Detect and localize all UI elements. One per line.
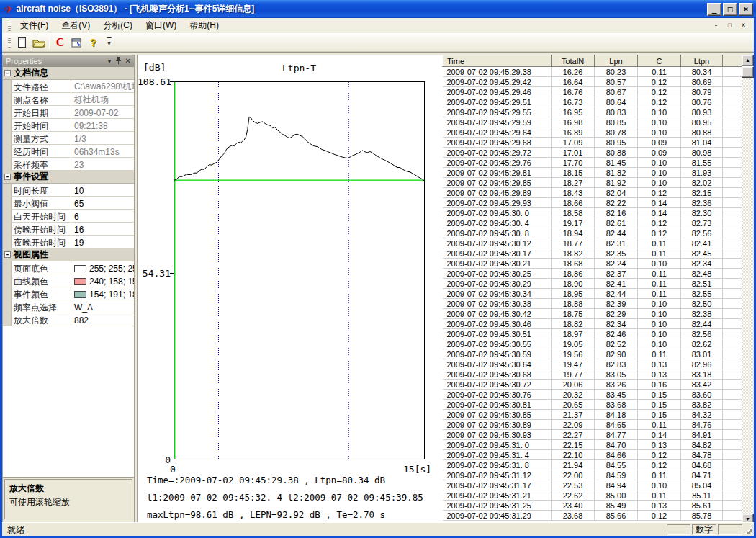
column-header-lpn[interactable]: Lpn — [595, 55, 638, 67]
property-value[interactable]: 2009-07-02 — [71, 106, 134, 118]
table-row[interactable]: 2009-07-02 09:45:30.7620.3283.450.1583.6… — [443, 390, 743, 400]
menu-item-view[interactable]: 查看(V) — [55, 17, 96, 34]
collapse-icon[interactable]: - — [4, 174, 11, 180]
property-row[interactable]: 文件路径C:\awa6298\机场 — [3, 80, 134, 93]
table-row[interactable]: 2009-07-02 09:45:30.8120.6583.680.1583.8… — [443, 400, 743, 410]
table-row[interactable]: 2009-07-02 09:45:31.2122.6285.000.1185.1… — [443, 490, 743, 501]
property-row[interactable]: 开始时间09:21:38 — [3, 119, 134, 132]
color-swatch[interactable] — [74, 265, 86, 272]
table-row[interactable]: 2009-07-02 09:45:29.7617.7081.450.1081.5… — [443, 158, 743, 168]
property-value[interactable]: 1/3 — [71, 132, 134, 144]
table-row[interactable]: 2009-07-02 09:45:30.2518.8682.370.1182.4… — [443, 269, 743, 279]
table-row[interactable]: 2009-07-02 09:45:30.2118.6882.240.1082.3… — [443, 259, 743, 269]
property-row[interactable]: 傍晚开始时间16 — [3, 223, 134, 236]
menu-item-file[interactable]: 文件(F) — [14, 17, 55, 34]
toolbar-grip[interactable] — [8, 37, 11, 48]
mdi-close-button[interactable]: × — [737, 20, 750, 31]
column-header-c[interactable]: C — [638, 55, 681, 67]
toolbar-overflow-button[interactable]: ▔▾ — [104, 35, 114, 50]
open-file-button[interactable] — [30, 35, 47, 50]
vertical-scrollbar[interactable]: ▲ ▼ — [742, 55, 754, 525]
close-button[interactable]: × — [739, 3, 753, 16]
property-value[interactable]: 16 — [71, 223, 134, 235]
section-header-event-settings[interactable]: -事件设置 — [3, 171, 134, 184]
table-row[interactable]: 2009-07-02 09:45:29.9318.6682.220.1482.3… — [443, 198, 743, 208]
property-value[interactable]: 240; 158; 15 — [71, 274, 134, 287]
table-row[interactable]: 2009-07-02 09:45:30.5519.0582.520.1082.6… — [443, 339, 743, 349]
table-row[interactable]: 2009-07-02 09:45:30.7220.0683.260.1683.4… — [443, 380, 743, 390]
table-row[interactable]: 2009-07-02 09:45:31.2523.4085.490.1385.6… — [443, 501, 743, 511]
table-row[interactable]: 2009-07-02 09:45:29.8918.4382.040.1282.1… — [443, 188, 743, 198]
table-row[interactable]: 2009-07-02 09:45:30.8521.3784.180.1584.3… — [443, 410, 743, 420]
section-header-doc-info[interactable]: -文档信息 — [3, 67, 134, 80]
property-row[interactable]: 测量方式1/3 — [3, 132, 134, 145]
table-row[interactable]: 2009-07-02 09:45:30.5919.5682.900.1183.0… — [443, 349, 743, 359]
table-row[interactable]: 2009-07-02 09:45:31.1222.0084.590.1184.7… — [443, 470, 743, 480]
menu-item-window[interactable]: 窗口(W) — [139, 17, 183, 34]
table-row[interactable]: 2009-07-02 09:45:31. 821.9484.550.1284.6… — [443, 460, 743, 470]
table-row[interactable]: 2009-07-02 09:45:29.3816.2680.230.1180.3… — [443, 67, 743, 77]
scrollbar-thumb[interactable] — [742, 66, 754, 78]
table-row[interactable]: 2009-07-02 09:45:30.1218.7782.310.1182.4… — [443, 238, 743, 248]
new-file-button[interactable] — [14, 35, 30, 50]
table-row[interactable]: 2009-07-02 09:45:30. 818.9482.440.1282.5… — [443, 228, 743, 238]
property-value[interactable]: 10 — [71, 184, 134, 196]
table-row[interactable]: 2009-07-02 09:45:30.3818.8882.390.1082.5… — [443, 299, 743, 309]
section-header-view-props[interactable]: -视图属性 — [3, 248, 134, 261]
table-row[interactable]: 2009-07-02 09:45:29.8118.1581.820.1081.9… — [443, 168, 743, 178]
collapse-icon[interactable]: - — [4, 70, 11, 76]
property-row[interactable]: 放大倍数882 — [3, 313, 134, 326]
property-value[interactable]: 栎社机场 — [71, 93, 134, 105]
column-header-totaln[interactable]: TotalN — [552, 55, 595, 67]
property-row[interactable]: 白天开始时间6 — [3, 210, 134, 223]
table-row[interactable]: 2009-07-02 09:45:29.6416.8980.780.1080.8… — [443, 127, 743, 138]
property-row[interactable]: 测点名称栎社机场 — [3, 93, 134, 106]
property-value[interactable]: 154; 191; 18 — [71, 287, 134, 300]
table-row[interactable]: 2009-07-02 09:45:29.4616.7680.670.1280.7… — [443, 87, 743, 97]
chart-plot-area[interactable] — [174, 81, 425, 459]
table-row[interactable]: 2009-07-02 09:45:29.6817.0980.950.0981.0… — [443, 138, 743, 148]
property-value[interactable]: 06h34m13s — [71, 145, 134, 157]
property-row[interactable]: 经历时间06h34m13s — [3, 145, 134, 158]
property-value[interactable]: 255; 255; 25 — [71, 261, 134, 274]
analysis-c-button[interactable]: C — [52, 35, 68, 50]
close-panel-icon[interactable]: ✕ — [125, 58, 131, 65]
table-row[interactable]: 2009-07-02 09:45:29.7217.0180.880.0980.9… — [443, 148, 743, 158]
table-row[interactable]: 2009-07-02 09:45:30.8922.0984.650.1184.7… — [443, 420, 743, 430]
table-row[interactable]: 2009-07-02 09:45:29.5116.7380.640.1280.7… — [443, 97, 743, 107]
color-swatch[interactable] — [74, 291, 86, 298]
property-value[interactable]: 882 — [71, 313, 134, 326]
property-row[interactable]: 频率点选择W_A — [3, 300, 134, 313]
pin-icon[interactable] — [115, 57, 122, 66]
table-row[interactable]: 2009-07-02 09:45:29.5516.9580.830.1080.9… — [443, 107, 743, 117]
mdi-minimize-button[interactable]: - — [710, 20, 722, 31]
table-row[interactable]: 2009-07-02 09:45:30.6819.7783.050.1383.1… — [443, 369, 743, 380]
property-row[interactable]: 事件颜色154; 191; 18 — [3, 287, 134, 300]
properties-button[interactable] — [68, 35, 85, 50]
table-row[interactable]: 2009-07-02 09:45:31.1722.5384.940.1085.0… — [443, 480, 743, 490]
property-row[interactable]: 曲线颜色240; 158; 15 — [3, 274, 134, 287]
table-row[interactable]: 2009-07-02 09:45:31. 422.1084.660.1284.7… — [443, 450, 743, 460]
table-row[interactable]: 2009-07-02 09:45:31. 022.1584.700.1384.8… — [443, 440, 743, 450]
property-value[interactable]: 6 — [71, 210, 134, 222]
table-row[interactable]: 2009-07-02 09:45:30. 018.5882.160.1482.3… — [443, 208, 743, 218]
menubar-grip[interactable] — [8, 21, 11, 31]
maximize-button[interactable]: □ — [723, 3, 737, 16]
collapse-icon[interactable]: - — [4, 251, 11, 258]
mdi-restore-button[interactable]: ❐ — [724, 20, 736, 31]
menu-item-analysis[interactable]: 分析(C) — [96, 17, 139, 34]
column-header-ltpn[interactable]: Ltpn — [681, 55, 723, 67]
table-row[interactable]: 2009-07-02 09:45:30.4218.7582.290.1082.3… — [443, 309, 743, 319]
table-row[interactable]: 2009-07-02 09:45:30.3418.9582.440.1182.5… — [443, 289, 743, 299]
property-row[interactable]: 时间长度10 — [3, 184, 134, 197]
property-row[interactable]: 夜晚开始时间19 — [3, 236, 134, 248]
table-row[interactable]: 2009-07-02 09:45:30.4618.8282.340.1082.4… — [443, 319, 743, 329]
property-row[interactable]: 开始日期2009-07-02 — [3, 106, 134, 119]
help-button[interactable]: ? — [85, 35, 102, 50]
property-value[interactable]: W_A — [71, 300, 134, 313]
property-row[interactable]: 最小阀值65 — [3, 197, 134, 210]
table-row[interactable]: 2009-07-02 09:45:31.2923.6885.660.1285.7… — [443, 511, 743, 521]
table-row[interactable]: 2009-07-02 09:45:29.5916.9880.850.1080.9… — [443, 117, 743, 127]
minimize-button[interactable]: _ — [707, 3, 721, 16]
property-row[interactable]: 采样频率23 — [3, 158, 134, 171]
